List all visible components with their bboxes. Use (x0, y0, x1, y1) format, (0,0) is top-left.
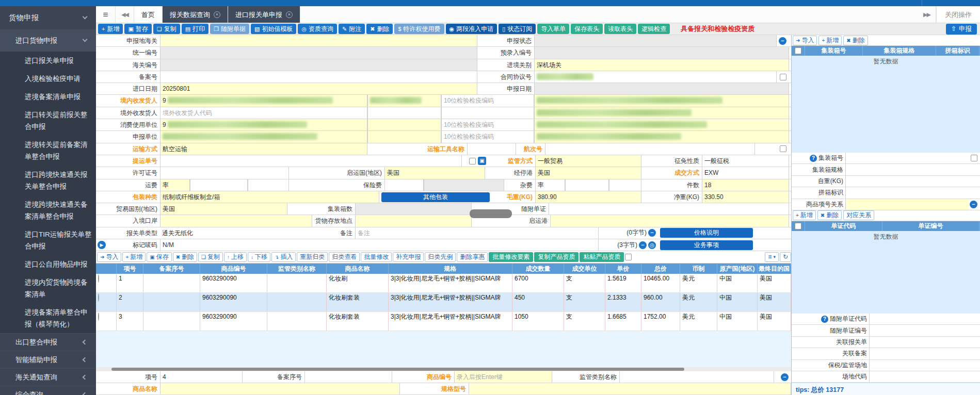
departure-port-input[interactable] (550, 215, 789, 226)
toolbar-checkbox[interactable] (625, 254, 632, 260)
batch-edit-elements-button[interactable]: 批量修改要素 (489, 252, 533, 262)
import-draft-button[interactable]: 导入草单 (537, 24, 569, 34)
declare-unit-ciq-input[interactable]: 10位检验检疫编码 (441, 131, 534, 142)
overseas-consignor-extra-input[interactable] (367, 107, 441, 119)
col-product-code[interactable]: 商品编号 (200, 264, 267, 274)
domestic-consignee-code-input[interactable]: 9 (160, 95, 367, 106)
collapse-circle-icon[interactable]: − (970, 201, 977, 208)
help-icon[interactable]: ? (821, 316, 828, 323)
container-delete-button[interactable]: ✖删除 (843, 36, 867, 45)
logic-check-button[interactable]: 逻辑检查 (638, 24, 670, 34)
declare-unit-name-input[interactable] (534, 131, 789, 142)
collapse-circle-icon[interactable]: − (639, 241, 647, 249)
col-origin[interactable]: 原产国(地区) (717, 264, 758, 274)
save-header-button[interactable]: 保存表头 (571, 24, 603, 34)
tab-home[interactable]: 首页 (134, 6, 163, 23)
scrollbar-thumb[interactable] (111, 368, 684, 371)
lcl-flag-input[interactable] (845, 187, 980, 198)
declare-customs-input[interactable] (160, 35, 477, 46)
annotation-button[interactable]: ✎附注 (339, 24, 365, 34)
import-date-input[interactable]: 20250801 (160, 83, 477, 94)
read-header-button[interactable]: 读取表头 (604, 24, 636, 34)
insert-button[interactable]: ↴插入 (271, 252, 296, 262)
package-type-input[interactable]: 纸制或纤维板制盒/箱 (160, 191, 379, 203)
col-product-name[interactable]: 商品名称 (327, 264, 389, 274)
product-code-input[interactable]: 录入后按Enter键 (454, 371, 552, 383)
col-spec[interactable]: 规格 (389, 264, 512, 274)
misc-fee-currency-input[interactable] (609, 179, 641, 191)
collapse-circle-icon[interactable]: − (648, 229, 656, 237)
sidebar-item-entry-inspection[interactable]: 入境检验检疫申请 (0, 70, 96, 88)
misc-fee-rate-select[interactable]: 率 (535, 179, 565, 191)
delete-preference-button[interactable]: 删除享惠 (457, 252, 488, 262)
misc-fee-value-input[interactable] (565, 179, 609, 191)
transport-mode-input[interactable]: 航空运输 (160, 143, 367, 155)
close-icon[interactable]: × (214, 11, 220, 18)
row-checkbox[interactable] (780, 74, 786, 80)
tab-import-declaration[interactable]: 进口报关单申报× (228, 6, 300, 23)
doc-add-button[interactable]: +新增 (793, 210, 816, 220)
storage-place-input[interactable] (355, 215, 472, 226)
doc-no-input[interactable] (869, 325, 980, 336)
copy-button[interactable]: ❏复制 (153, 24, 180, 34)
freight-currency-input[interactable] (248, 179, 289, 191)
col-record-seq[interactable]: 备案序号 (143, 264, 200, 274)
gross-weight-input[interactable]: 380.90 (535, 191, 641, 203)
table-row[interactable]: 29603290090化妆刷套装3|3|化妆用|尼龙毛+铜管+胶柄||SIGMA… (96, 293, 791, 312)
transport-name-input[interactable] (467, 143, 516, 155)
price-note-button[interactable]: 价格说明 (660, 228, 753, 238)
row-radio[interactable] (98, 293, 99, 302)
move-down-button[interactable]: ↓下移 (248, 252, 270, 262)
site-code-input[interactable] (869, 371, 980, 382)
overseas-consignor-name-input[interactable] (534, 107, 789, 119)
doc-relation-button[interactable]: 对应关系 (843, 210, 874, 220)
sidebar-item-import-declaration[interactable]: 进口报关单申报 (0, 52, 96, 70)
sidebar-item-import-transit-advance[interactable]: 进口转关提前报关整合申报 (0, 106, 96, 136)
save-draft-button[interactable]: ▣暂存 (124, 24, 151, 34)
freight-value-input[interactable] (190, 179, 248, 191)
contract-no-input[interactable] (534, 71, 777, 83)
row-radio[interactable] (98, 274, 99, 283)
delete-button[interactable]: ✖删除 (366, 24, 393, 34)
product-name-input[interactable] (160, 383, 400, 394)
col-total[interactable]: 总价 (641, 264, 680, 274)
sidebar-item-export-declare[interactable]: 出口整合申报 (0, 333, 96, 351)
sidebar-item-import-express-clearance[interactable]: 进口跨境快速通关报关单整合申报 (0, 166, 96, 195)
domestic-consignee-ciq-input[interactable]: 10位检验检疫编码 (441, 95, 534, 106)
decl-type-value[interactable]: 通关无纸化 (160, 227, 287, 239)
col-unit[interactable]: 成交单位 (564, 264, 605, 274)
related-record-input[interactable] (869, 348, 980, 359)
move-up-button[interactable]: ↑上移 (224, 252, 247, 262)
overseas-consignor-ciq-input[interactable] (441, 107, 534, 119)
entry-port-input[interactable] (160, 215, 312, 226)
packages-input[interactable]: 18 (702, 179, 789, 191)
col-item-no[interactable]: 项号 (117, 264, 143, 274)
paste-product-qual-button[interactable]: 粘贴产品资质 (580, 252, 624, 262)
attached-docs-button[interactable]: ❒随附单据 (210, 24, 249, 34)
expand-row-icon[interactable]: ▶ (98, 241, 106, 249)
record-seq-input[interactable] (304, 371, 392, 383)
declare-unit-customs-input[interactable] (367, 131, 441, 142)
lookup-icon[interactable]: ▣ (478, 157, 486, 165)
business-matters-button[interactable]: 业务事项 (660, 240, 753, 250)
supplement-declare-button[interactable]: 补充申报 (393, 252, 424, 262)
container-no-input[interactable] (845, 153, 969, 163)
tabs-scroll-left-icon[interactable]: ◀◀ (116, 6, 134, 23)
net-weight-input[interactable]: 330.50 (702, 191, 789, 203)
sidebar-item-hengqin-simplified[interactable]: 进境备案清单整合申报（横琴简化） (0, 303, 96, 333)
marks-input[interactable]: N/M (160, 239, 599, 251)
close-operations-button[interactable]: 关闭操作 (936, 6, 980, 23)
delete-item-button[interactable]: ✖删除 (173, 252, 197, 262)
spec-model-input[interactable] (469, 383, 791, 394)
doc-delete-button[interactable]: ✖删除 (817, 210, 842, 220)
container-import-button[interactable]: ➜导入 (793, 36, 817, 45)
col-currency[interactable]: 币制 (680, 264, 717, 274)
entry-customs-input[interactable]: 深机场关 (534, 59, 789, 71)
row-checkbox[interactable] (971, 155, 977, 161)
header-checkbox[interactable] (795, 47, 801, 54)
related-declaration-input[interactable] (869, 337, 980, 348)
sidebar-item-entry-record-list[interactable]: 进境备案清单申报 (0, 88, 96, 106)
row-checkbox[interactable] (780, 145, 786, 152)
trade-country-input[interactable]: 美国 (160, 203, 287, 215)
column-settings-button[interactable]: ≡▾ (765, 252, 779, 262)
